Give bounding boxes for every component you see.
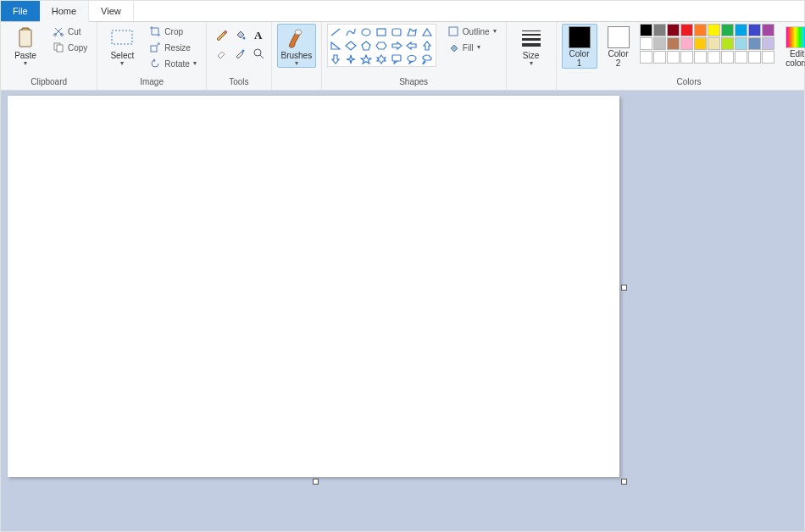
shape-arrow-up[interactable] (420, 39, 435, 52)
svg-point-20 (423, 63, 424, 64)
fill-tool[interactable] (230, 25, 249, 44)
rotate-icon (149, 58, 161, 69)
color2-button[interactable]: Color 2 (601, 24, 636, 69)
color-swatch[interactable] (708, 24, 720, 36)
color-swatch[interactable] (721, 24, 734, 36)
shape-callout-oval[interactable] (405, 53, 419, 65)
shape-polygon[interactable] (405, 25, 419, 38)
tab-file[interactable]: File (1, 1, 40, 21)
shape-diamond[interactable] (344, 39, 358, 52)
color-swatch[interactable] (694, 37, 707, 50)
color-swatch[interactable] (735, 24, 747, 36)
group-colors: Color 1 Color 2 Edit colors Colors (557, 22, 805, 90)
color-swatch[interactable] (694, 51, 707, 64)
shape-oval[interactable] (359, 25, 374, 38)
color-swatch[interactable] (680, 37, 693, 50)
color-swatch[interactable] (721, 37, 734, 50)
resize-handle-corner[interactable] (621, 479, 627, 485)
color-swatch[interactable] (708, 37, 720, 50)
group-tools-label: Tools (229, 77, 248, 88)
color-swatch[interactable] (667, 24, 680, 36)
color-swatch[interactable] (640, 51, 652, 64)
copy-button[interactable]: Copy (48, 40, 92, 55)
resize-button[interactable]: Resize (145, 40, 200, 55)
chevron-down-icon: ▾ (530, 60, 533, 67)
size-button[interactable]: Size ▾ (512, 24, 551, 68)
shape-triangle[interactable] (420, 25, 435, 38)
color-swatch[interactable] (762, 24, 774, 36)
color-swatch[interactable] (680, 51, 693, 64)
resize-handle-right[interactable] (621, 285, 627, 291)
select-button[interactable]: Select ▾ (103, 24, 142, 68)
rotate-button[interactable]: Rotate ▾ (145, 56, 200, 71)
color-swatch[interactable] (748, 51, 761, 64)
color-swatch[interactable] (748, 37, 761, 50)
color-swatch[interactable] (653, 51, 666, 64)
resize-handle-bottom[interactable] (313, 479, 319, 485)
tab-home[interactable]: Home (40, 1, 89, 22)
shape-curve[interactable] (344, 25, 358, 38)
shape-rect[interactable] (375, 25, 389, 38)
color-swatch[interactable] (640, 37, 652, 50)
group-shapes: Outline ▾ Fill ▾ Shapes (322, 22, 507, 90)
shape-roundrect[interactable] (390, 25, 404, 38)
color-swatch[interactable] (667, 37, 680, 50)
color-swatch[interactable] (708, 51, 720, 64)
shape-line[interactable] (329, 25, 343, 38)
color-swatch[interactable] (653, 37, 666, 50)
color-swatch[interactable] (735, 51, 747, 64)
shape-callout-cloud[interactable] (420, 53, 435, 65)
shape-arrow-right[interactable] (390, 39, 404, 52)
shape-hexagon[interactable] (375, 39, 389, 52)
group-brushes: Brushes ▾ (272, 22, 322, 90)
shape-star6[interactable] (375, 53, 389, 65)
canvas[interactable] (8, 96, 619, 477)
crop-label: Crop (164, 27, 183, 36)
svg-point-19 (424, 61, 425, 63)
eraser-tool[interactable] (212, 44, 230, 63)
shape-arrow-down[interactable] (329, 53, 343, 65)
svg-rect-21 (449, 27, 458, 36)
chevron-down-icon: ▾ (295, 60, 298, 67)
chevron-down-icon: ▾ (24, 60, 27, 67)
shape-pentagon[interactable] (359, 39, 374, 52)
color-swatch[interactable] (762, 37, 774, 50)
crop-button[interactable]: Crop (145, 24, 200, 39)
brushes-button[interactable]: Brushes ▾ (277, 24, 316, 68)
svg-point-13 (295, 30, 302, 35)
shape-callout-rect[interactable] (390, 53, 404, 65)
color1-button[interactable]: Color 1 (562, 24, 597, 69)
color-swatch[interactable] (640, 24, 652, 36)
pencil-tool[interactable] (212, 25, 230, 44)
color-swatch[interactable] (735, 37, 747, 50)
tab-view[interactable]: View (89, 1, 134, 21)
cut-button[interactable]: Cut (48, 24, 92, 39)
text-tool[interactable]: A (249, 25, 268, 44)
color-swatch[interactable] (694, 24, 707, 36)
group-clipboard: Paste ▾ Cut Copy Clipboard (1, 22, 97, 90)
outline-label: Outline (463, 27, 490, 36)
color-picker-tool[interactable] (230, 44, 249, 63)
magnifier-tool[interactable] (249, 44, 268, 63)
shape-outline-button[interactable]: Outline ▾ (443, 24, 501, 39)
svg-rect-2 (20, 30, 31, 46)
color-swatch[interactable] (762, 51, 774, 64)
shapes-gallery[interactable] (327, 24, 436, 67)
color-swatch[interactable] (653, 24, 666, 36)
shape-right-triangle[interactable] (329, 39, 343, 52)
group-image-label: Image (140, 77, 164, 88)
paste-button[interactable]: Paste ▾ (6, 24, 45, 68)
shape-star5[interactable] (359, 53, 374, 65)
shape-fill-button[interactable]: Fill ▾ (443, 40, 501, 55)
svg-rect-8 (151, 46, 157, 52)
svg-rect-17 (392, 55, 401, 61)
color-swatch[interactable] (748, 24, 761, 36)
color-swatch[interactable] (667, 51, 680, 64)
color-swatch[interactable] (721, 51, 734, 64)
edit-colors-button[interactable]: Edit colors (778, 24, 805, 69)
svg-rect-15 (377, 29, 386, 36)
shape-star4[interactable] (344, 53, 358, 65)
color2-label: Color 2 (608, 49, 629, 68)
color-swatch[interactable] (680, 24, 693, 36)
shape-arrow-left[interactable] (405, 39, 419, 52)
